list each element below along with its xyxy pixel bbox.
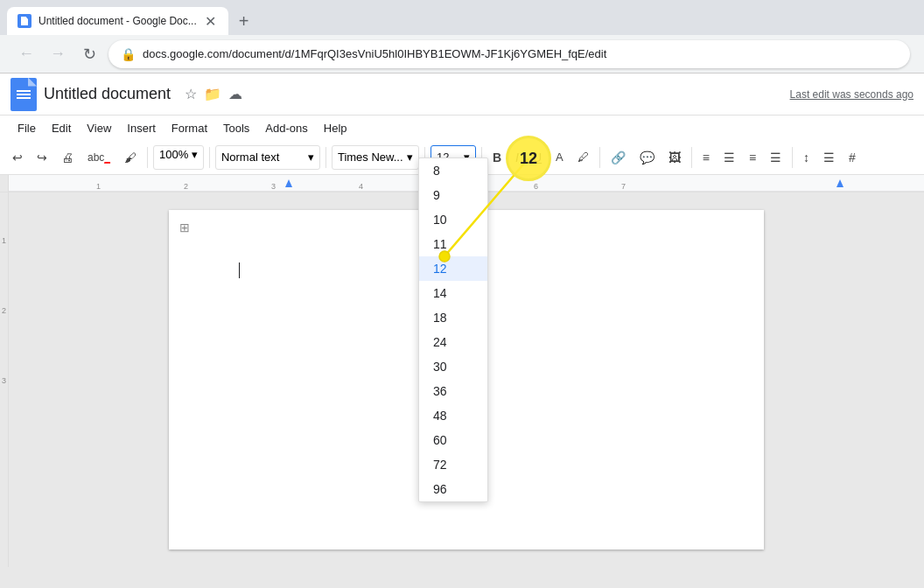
docs-logo-icon [10,78,37,111]
font-size-option-10[interactable]: 10 [419,207,487,232]
font-size-option-9[interactable]: 9 [419,183,487,207]
lock-icon: 🔒 [121,47,136,61]
svg-text:4: 4 [359,182,363,191]
ordered-list-button[interactable]: # [844,145,861,170]
list-button[interactable]: ☰ [818,145,840,170]
forward-button[interactable]: → [46,42,70,66]
ruler-left-margin [0,175,9,192]
style-dropdown[interactable]: Normal text ▾ [215,145,320,170]
image-button[interactable]: 🖼 [663,145,686,170]
document-title[interactable]: Untitled document [44,85,171,103]
menu-insert[interactable]: Insert [120,119,163,137]
font-size-option-36[interactable]: 36 [419,379,487,403]
svg-text:2: 2 [184,182,188,191]
font-size-option-11[interactable]: 11 [419,232,487,256]
url-text: docs.google.com/document/d/1MFqrQI3esVni… [143,47,606,60]
font-size-option-72[interactable]: 72 [419,452,487,477]
font-size-option-18[interactable]: 18 [419,305,487,330]
address-bar: ← → ↻ 🔒 docs.google.com/document/d/1MFqr… [0,35,924,74]
ruler-side-1: 1 [0,236,8,245]
active-tab[interactable]: Untitled document - Google Doc... ✕ [7,7,228,35]
left-margin: 1 2 3 [0,192,9,567]
font-size-option-48[interactable]: 48 [419,403,487,428]
tab-bar: Untitled document - Google Doc... ✕ + [0,0,924,35]
print-button[interactable]: 🖨 [56,145,79,170]
font-size-option-60[interactable]: 60 [419,428,487,452]
font-size-option-24[interactable]: 24 [419,330,487,354]
justify-button[interactable]: ☰ [765,145,787,170]
browser-chrome: Untitled document - Google Doc... ✕ + ← … [0,0,924,74]
redo-button[interactable]: ↪ [32,145,52,170]
header-icons: ☆ 📁 ☁ [185,86,242,102]
text-color-button[interactable]: A [550,145,569,170]
font-size-dropdown-menu: 8 9 10 11 12 14 18 24 30 36 48 60 72 96 [418,158,488,502]
spellcheck-button[interactable]: abc_ [82,145,116,170]
refresh-button[interactable]: ↻ [77,42,102,66]
italic-button[interactable]: I [510,145,524,170]
ruler-side-3: 3 [0,376,8,385]
menu-format[interactable]: Format [164,119,214,137]
font-size-option-30[interactable]: 30 [419,354,487,379]
align-right-button[interactable]: ≡ [744,145,761,170]
highlight-button[interactable]: 🖊 [572,145,594,170]
align-left-button[interactable]: ≡ [697,145,715,170]
font-size-option-12[interactable]: 12 [419,256,487,281]
paintformat-button[interactable]: 🖌 [119,145,142,170]
font-arrow: ▾ [407,150,413,164]
folder-icon[interactable]: 📁 [204,86,221,102]
menu-help[interactable]: Help [317,119,354,137]
menu-view[interactable]: View [80,119,118,137]
font-size-option-14[interactable]: 14 [419,281,487,305]
divider-2 [209,147,210,168]
tab-title: Untitled document - Google Doc... [38,15,197,27]
menu-file[interactable]: File [10,119,43,137]
comment-button[interactable]: 💬 [634,145,660,170]
last-edit-status: Last edit was seconds ago [790,88,914,101]
text-cursor [239,262,240,278]
tab-close-button[interactable]: ✕ [204,14,218,28]
svg-marker-8 [285,179,292,187]
cloud-icon[interactable]: ☁ [228,86,242,102]
divider-6 [599,147,600,168]
svg-text:7: 7 [621,182,626,191]
font-size-option-8[interactable]: 8 [419,158,487,183]
menu-addons[interactable]: Add-ons [258,119,314,137]
divider-7 [691,147,692,168]
star-icon[interactable]: ☆ [185,86,197,102]
style-value: Normal text [221,150,279,164]
menu-tools[interactable]: Tools [216,119,256,137]
svg-text:6: 6 [534,182,538,191]
align-center-button[interactable]: ☰ [718,145,740,170]
font-dropdown[interactable]: Times New... ▾ [332,145,419,170]
font-size-option-96[interactable]: 96 [419,477,487,501]
menu-edit[interactable]: Edit [45,119,78,137]
svg-text:1: 1 [96,182,101,191]
divider-3 [326,147,326,168]
zoom-selector[interactable]: 100% ▾ [153,145,204,170]
zoom-arrow: ▾ [192,148,198,161]
underline-button[interactable]: U [528,145,547,170]
undo-button[interactable]: ↩ [7,145,28,170]
bold-button[interactable]: B [487,145,507,170]
divider-8 [792,147,793,168]
url-bar[interactable]: 🔒 docs.google.com/document/d/1MFqrQI3esV… [108,40,910,68]
font-value: Times New... [338,150,403,164]
new-tab-button[interactable]: + [232,8,256,35]
menu-bar: File Edit View Insert Format Tools Add-o… [0,116,924,140]
svg-marker-9 [836,179,844,187]
line-spacing-button[interactable]: ↕ [798,145,815,170]
docs-header: Untitled document ☆ 📁 ☁ Last edit was se… [0,74,924,116]
style-arrow: ▾ [308,150,314,164]
tab-favicon [18,14,32,28]
table-layout-icon: ⊞ [179,220,190,234]
link-button[interactable]: 🔗 [606,145,631,170]
zoom-value: 100% [159,148,188,161]
back-button[interactable]: ← [14,42,38,66]
ruler-side-2: 2 [0,306,8,315]
svg-text:3: 3 [271,182,276,191]
divider-1 [147,147,148,168]
